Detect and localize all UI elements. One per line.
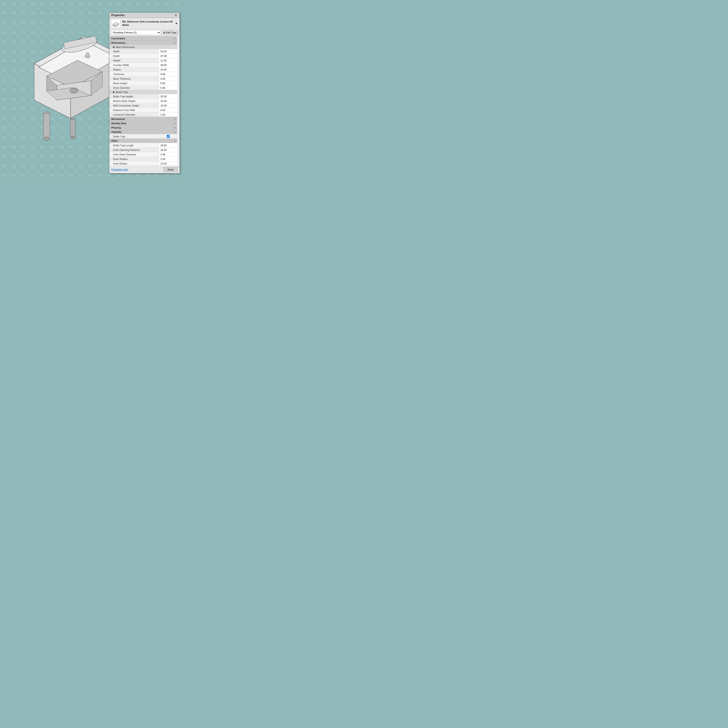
checkbox-cell-bottle-trap <box>159 135 177 138</box>
section-phasing[interactable]: Phasing « <box>109 125 177 130</box>
prop-value-bottom-body-height[interactable]: 15.00 <box>159 99 177 103</box>
prop-row-height: Height 11.50 <box>109 58 177 63</box>
prop-value-connector-diameter[interactable]: 3.20 <box>159 112 177 117</box>
prop-value-counter-width[interactable]: 18.50 <box>159 63 177 67</box>
identity-collapse-icon: « <box>174 122 175 125</box>
prop-row-connector-diameter: Connector Diameter 3.20 <box>109 112 177 117</box>
svg-rect-20 <box>86 53 89 57</box>
section-phasing-label: Phasing <box>111 126 121 129</box>
panel-titlebar: Properties ✕ <box>109 13 179 18</box>
sub-section-label: Main Dimensions <box>116 46 135 49</box>
section-identity-data[interactable]: Identity Data « <box>109 121 177 125</box>
prop-label-inner-drain-diameter: Inner Drain Diameter <box>109 152 159 156</box>
prop-row-basin-height: Basin Height 8.50 <box>109 81 177 85</box>
prop-label-connector-diameter: Connector Diameter <box>109 112 159 117</box>
prop-row-bottom-body-height: Bottom Body Height 15.00 <box>109 98 177 103</box>
item-icon <box>111 19 120 28</box>
section-visibility[interactable]: Visibility » <box>109 130 177 134</box>
prop-value-thickness[interactable]: 0.80 <box>159 72 177 76</box>
mechanical-collapse-icon: « <box>174 118 175 120</box>
prop-row-drain-opening-distance: Drain Opening Distance 18.50 <box>109 147 177 152</box>
section-mechanical-label: Mechanical <box>111 118 125 120</box>
sub-section-bottle-trap[interactable]: ▶ Bottle Trap <box>109 90 177 94</box>
edit-type-label: Edit Type <box>166 31 177 34</box>
panel-body: Constraints « Dimensions « ▶ Main Dimens… <box>109 36 179 166</box>
prop-value-bottle-trap-length[interactable]: 18.50 <box>159 143 177 147</box>
expand-icon: ▶ <box>113 46 115 49</box>
apply-button[interactable]: Apply <box>164 167 178 172</box>
prop-value-wall-connection-height[interactable]: 15.00 <box>159 103 177 108</box>
edit-type-button[interactable]: ⊞ Edit Type <box>162 30 178 35</box>
edit-icon: ⊞ <box>163 31 165 34</box>
prop-row-distance-from-wall: Distance From Wall 0.00 <box>109 108 177 112</box>
svg-point-12 <box>71 89 76 92</box>
prop-label-height: Height <box>109 58 159 63</box>
prop-value-distance-from-wall[interactable]: 0.00 <box>159 108 177 112</box>
section-constraints[interactable]: Constraints « <box>109 36 177 40</box>
bottle-trap-label: Bottle Trap <box>116 91 128 93</box>
prop-row-depth: Depth 37.00 <box>109 54 177 58</box>
prop-value-base-thickness[interactable]: 3.00 <box>159 76 177 81</box>
prop-label-bottom-body-height: Bottom Body Height <box>109 99 159 103</box>
prop-label-drain-diameter: Drain Diameter <box>109 86 159 90</box>
prop-label-inner-radius: Inner Radius <box>109 161 159 166</box>
prop-label-thickness: Thickness <box>109 72 159 76</box>
prop-row-counter-width: Counter Width 18.50 <box>109 63 177 67</box>
bottle-trap-checkbox[interactable] <box>167 135 170 138</box>
prop-value-inner-radius[interactable]: 14.20 <box>159 161 177 166</box>
prop-label-bottle-trap-height: Bottle Trap Height <box>109 94 159 98</box>
bottle-trap-expand-icon: ▶ <box>113 90 115 93</box>
prop-label-wall-connection-height: Wall Connection Height <box>109 103 159 108</box>
visibility-collapse-icon: » <box>174 131 175 133</box>
checkbox-label-bottle-trap: Bottle Trap <box>109 135 159 138</box>
section-other[interactable]: Other » <box>109 139 177 143</box>
prop-label-drain-radius: Drain Radius <box>109 157 159 161</box>
panel-header: RD_Bathroom Sink Countertop Custom 06 Wh… <box>109 18 179 29</box>
prop-row-radius: Radius 15.00 <box>109 67 177 72</box>
category-dropdown[interactable]: Plumbing Fixtures (1) <box>111 30 161 35</box>
prop-value-drain-opening-distance[interactable]: 18.50 <box>159 148 177 152</box>
prop-label-distance-from-wall: Distance From Wall <box>109 108 159 112</box>
header-scroll-indicator: ▼ <box>175 22 178 25</box>
prop-label-drain-opening-distance: Drain Opening Distance <box>109 148 159 152</box>
prop-label-base-thickness: Base Thickness <box>109 76 159 81</box>
prop-value-height[interactable]: 11.50 <box>159 58 177 63</box>
scroll-area: Constraints « Dimensions « ▶ Main Dimens… <box>109 36 179 166</box>
svg-rect-17 <box>70 119 75 138</box>
section-other-label: Other <box>111 139 118 142</box>
other-collapse-icon: » <box>174 140 175 142</box>
item-info: RD_Bathroom Sink Countertop Custom 06 Wh… <box>122 20 173 27</box>
prop-value-radius[interactable]: 15.00 <box>159 67 177 72</box>
section-identity-label: Identity Data <box>111 122 126 125</box>
prop-value-drain-diameter[interactable]: 5.00 <box>159 86 177 90</box>
prop-row-drain-diameter: Drain Diameter 5.00 <box>109 85 177 90</box>
checkbox-row-bottle-trap: Bottle Trap <box>109 134 177 139</box>
prop-label-basin-height: Basin Height <box>109 81 159 85</box>
properties-panel: Properties ✕ RD_Bathroom Sink Countertop… <box>109 12 180 173</box>
prop-row-bottle-trap-height: Bottle Trap Height 25.50 <box>109 94 177 98</box>
prop-value-depth[interactable]: 37.00 <box>159 54 177 58</box>
prop-value-basin-height[interactable]: 8.50 <box>159 81 177 85</box>
section-dimensions[interactable]: Dimensions « <box>109 40 177 45</box>
panel-footer: Properties help Apply <box>109 166 179 173</box>
prop-row-width: Width 54.00 <box>109 49 177 54</box>
prop-value-inner-drain-diameter[interactable]: 4.40 <box>159 152 177 156</box>
dropdown-row: Plumbing Fixtures (1) ⊞ Edit Type <box>109 29 179 36</box>
item-name-line1: RD_Bathroom Sink Countertop Custom 06 <box>122 20 173 23</box>
prop-value-width[interactable]: 54.00 <box>159 49 177 54</box>
prop-value-bottle-trap-height[interactable]: 25.50 <box>159 94 177 98</box>
prop-value-drain-radius[interactable]: 2.50 <box>159 157 177 161</box>
properties-help-link[interactable]: Properties help <box>111 168 128 171</box>
prop-row-bottle-trap-length: Bottle Trap Length 18.50 <box>109 143 177 147</box>
prop-label-counter-width: Counter Width <box>109 63 159 67</box>
phasing-collapse-icon: « <box>174 127 175 129</box>
close-button[interactable]: ✕ <box>174 14 178 17</box>
prop-row-thickness: Thickness 0.80 <box>109 72 177 76</box>
sub-section-main-dimensions[interactable]: ▶ Main Dimensions <box>109 45 177 49</box>
prop-row-inner-radius: Inner Radius 14.20 <box>109 161 177 166</box>
prop-label-radius: Radius <box>109 67 159 72</box>
section-visibility-label: Visibility <box>111 131 121 133</box>
svg-point-15 <box>43 137 50 141</box>
section-mechanical[interactable]: Mechanical « <box>109 117 177 121</box>
prop-row-inner-drain-diameter: Inner Drain Diameter 4.40 <box>109 152 177 156</box>
